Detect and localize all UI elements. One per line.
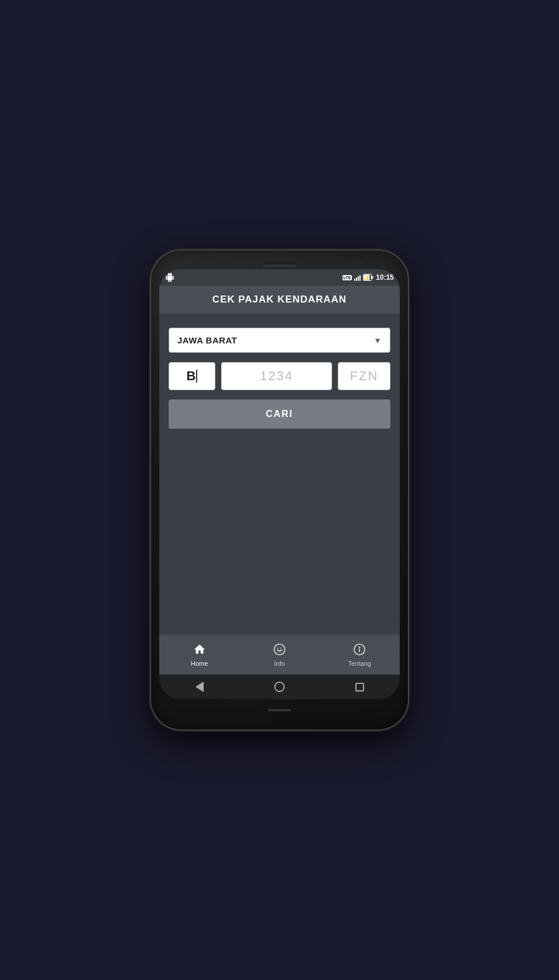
time-display: 10:15 — [376, 273, 394, 282]
text-cursor — [196, 370, 197, 383]
svg-text:⚡: ⚡ — [364, 274, 371, 281]
plate-suffix-input[interactable]: FZN — [338, 362, 390, 390]
nav-label-tentang: Tentang — [348, 660, 371, 667]
phone-screen: LTE ⚡ 10:15 CEK PAJA — [159, 269, 400, 699]
battery-icon: ⚡ — [363, 274, 373, 281]
app-bar-title: CEK PAJAK KENDARAAN — [169, 294, 390, 305]
tentang-icon — [353, 643, 366, 658]
search-button[interactable]: CARI — [169, 399, 390, 429]
info-icon — [273, 643, 286, 658]
bottom-nav: Home Info — [159, 635, 400, 675]
home-icon — [193, 643, 206, 658]
empty-content-area — [169, 438, 390, 625]
recents-button[interactable] — [350, 677, 369, 696]
phone-chin — [159, 701, 400, 719]
plate-prefix-input[interactable]: B — [169, 362, 215, 390]
plate-number-input[interactable]: 1234 — [221, 362, 332, 390]
status-bar-right: LTE ⚡ 10:15 — [343, 273, 394, 282]
main-content: JAWA BARAT ▼ B 1234 FZN CARI — [159, 314, 400, 635]
svg-point-5 — [277, 647, 278, 648]
province-dropdown[interactable]: JAWA BARAT ▼ — [169, 328, 390, 353]
signal-icon — [354, 274, 361, 281]
home-button[interactable] — [270, 677, 289, 696]
phone-device: LTE ⚡ 10:15 CEK PAJA — [151, 251, 408, 729]
plate-input-row: B 1234 FZN — [169, 362, 390, 390]
status-bar: LTE ⚡ 10:15 — [159, 269, 400, 286]
android-nav-bar — [159, 675, 400, 699]
plate-suffix-placeholder: FZN — [350, 369, 379, 384]
app-bar: CEK PAJAK KENDARAAN — [159, 286, 400, 314]
plate-number-placeholder: 1234 — [260, 369, 294, 384]
front-camera — [355, 260, 361, 266]
nav-item-home[interactable]: Home — [159, 635, 239, 675]
svg-point-6 — [281, 647, 282, 648]
status-bar-left — [165, 273, 174, 282]
nav-label-home: Home — [191, 660, 208, 667]
svg-point-4 — [274, 644, 285, 654]
nav-item-info[interactable]: Info — [239, 635, 319, 675]
back-button[interactable] — [190, 677, 209, 696]
lte-badge: LTE — [343, 275, 352, 280]
province-dropdown-value: JAWA BARAT — [177, 335, 237, 345]
nav-label-info: Info — [274, 660, 285, 667]
svg-rect-2 — [372, 276, 373, 279]
android-icon — [165, 273, 174, 282]
phone-chin-indicator — [268, 709, 291, 711]
nav-item-tentang[interactable]: Tentang — [320, 635, 400, 675]
dropdown-arrow-icon: ▼ — [373, 336, 382, 345]
